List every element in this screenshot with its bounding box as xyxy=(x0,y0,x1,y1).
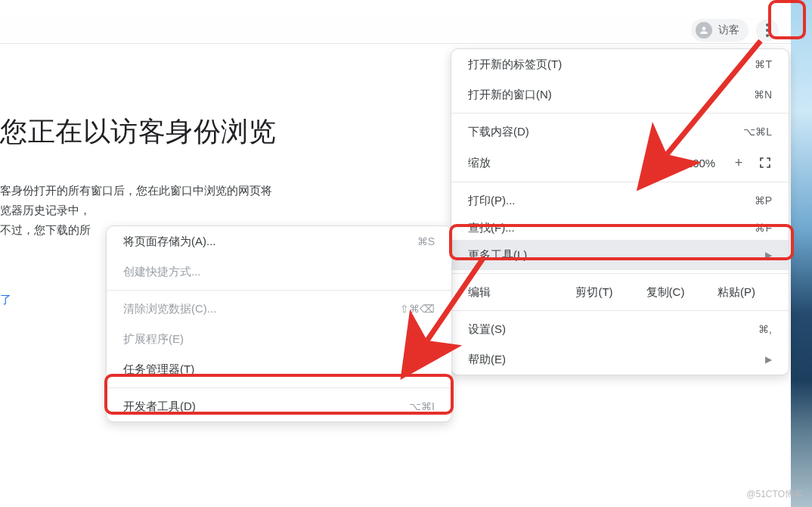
main-dropdown-menu: 打开新的标签页(T) ⌘T 打开新的窗口(N) ⌘N 下载内容(D) ⌥⌘L 缩… xyxy=(451,48,789,375)
submenu-item-create-shortcut[interactable]: 创建快捷方式... xyxy=(107,257,451,287)
edit-copy[interactable]: 复制(C) xyxy=(630,285,701,300)
chevron-right-icon: ▶ xyxy=(765,354,772,365)
more-vertical-icon xyxy=(766,29,769,32)
menu-item-downloads[interactable]: 下载内容(D) ⌥⌘L xyxy=(451,117,789,147)
more-tools-submenu: 将页面存储为(A)... ⌘S 创建快捷方式... 清除浏览数据(C)... ⇧… xyxy=(106,226,452,422)
menu-separator xyxy=(451,182,789,182)
submenu-item-save-as[interactable]: 将页面存储为(A)... ⌘S xyxy=(107,226,451,257)
watermark: @51CTO博客 xyxy=(746,488,803,501)
menu-separator xyxy=(451,273,789,274)
edit-cut[interactable]: 剪切(T) xyxy=(559,285,630,300)
profile-label: 访客 xyxy=(718,23,739,37)
menu-item-zoom: 缩放 − 100% + xyxy=(451,147,789,179)
zoom-percent: 100% xyxy=(683,157,719,170)
menu-item-help[interactable]: 帮助(E) ▶ xyxy=(451,344,789,375)
submenu-item-extensions[interactable]: 扩展程序(E) xyxy=(107,324,451,354)
zoom-in-button[interactable]: + xyxy=(734,155,743,171)
submenu-item-clear-data[interactable]: 清除浏览数据(C)... ⇧⌘⌫ xyxy=(107,294,451,324)
zoom-out-button[interactable]: − xyxy=(659,155,668,171)
menu-separator xyxy=(107,387,451,388)
edit-paste[interactable]: 粘贴(P) xyxy=(701,285,772,300)
profile-chip[interactable]: 访客 xyxy=(691,19,748,42)
submenu-item-dev-tools[interactable]: 开发者工具(D) ⌥⌘I xyxy=(107,391,451,421)
menu-item-more-tools[interactable]: 更多工具(L) ▶ xyxy=(451,240,789,270)
background-photo-strip xyxy=(791,0,812,507)
menu-item-new-window[interactable]: 打开新的窗口(N) ⌘N xyxy=(451,79,789,110)
more-menu-button[interactable] xyxy=(756,19,779,42)
menu-item-find[interactable]: 查找(F)... ⌘F xyxy=(451,216,789,240)
page-title: 您正在以访客身份浏览 xyxy=(0,114,333,151)
fullscreen-icon[interactable] xyxy=(758,156,772,170)
avatar-icon xyxy=(696,22,712,39)
menu-item-settings[interactable]: 设置(S) ⌘, xyxy=(451,314,789,344)
browser-topbar: 访客 xyxy=(0,17,791,44)
learn-more-link[interactable]: 了 xyxy=(0,293,11,306)
chevron-right-icon: ▶ xyxy=(765,250,772,260)
body-line: 客身份打开的所有窗口后，您在此窗口中浏览的网页将 xyxy=(0,181,333,201)
menu-item-edit: 编辑 剪切(T) 复制(C) 粘贴(P) xyxy=(451,277,789,307)
menu-separator xyxy=(451,310,789,311)
menu-item-print[interactable]: 打印(P)... ⌘P xyxy=(451,185,789,216)
menu-separator xyxy=(451,113,789,114)
submenu-item-task-manager[interactable]: 任务管理器(T) xyxy=(107,354,451,384)
body-line: 览器历史记录中， xyxy=(0,201,333,220)
menu-separator xyxy=(107,290,451,291)
menu-item-new-tab[interactable]: 打开新的标签页(T) ⌘T xyxy=(451,49,789,79)
